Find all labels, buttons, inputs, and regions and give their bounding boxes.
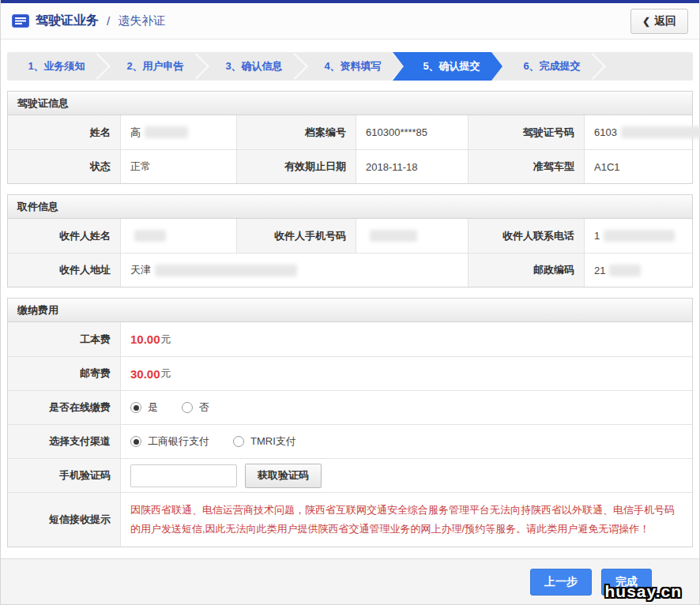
online-payment-label: 是否在线缴费 — [8, 390, 120, 424]
footer-action-bar: 上一步 完成 — [1, 558, 699, 604]
step-tabs: 1、业务须知 2、用户申告 3、确认信息 4、资料填写 5、确认提交 6、完成提… — [7, 52, 693, 81]
redacted-address — [155, 265, 297, 276]
payment-channel-options: 工商银行支付 TMRI支付 — [120, 424, 692, 458]
redacted-contact — [604, 230, 675, 242]
get-sms-code-button[interactable]: 获取验证码 — [245, 464, 322, 488]
fee-amount: 10.00 — [130, 333, 160, 346]
tab-step-5-label: 5、确认提交 — [423, 59, 480, 73]
name-label: 姓名 — [8, 115, 120, 149]
license-services-icon — [12, 14, 29, 28]
radio-channel-tmri-label: TMRI支付 — [250, 434, 296, 449]
radio-channel-icbc[interactable]: 工商银行支付 — [130, 434, 209, 449]
fee-label: 工本费 — [8, 322, 120, 356]
sms-code-row: 手机验证码 获取验证码 — [8, 458, 692, 492]
radio-icon — [182, 402, 193, 413]
recipient-contact-label: 收件人联系电话 — [468, 219, 584, 253]
recipient-contact-value: 1 — [584, 219, 692, 253]
radio-icon — [130, 436, 141, 447]
pickup-row-2: 收件人地址 天津 邮政编码 21 — [8, 253, 692, 287]
back-label: 返回 — [654, 14, 676, 28]
tabstrip-filler — [601, 52, 693, 81]
tab-step-1[interactable]: 1、业务须知 — [7, 52, 106, 81]
section-pickup-info: 取件信息 收件人姓名 收件人手机号码 收件人联系电话 1 收件人地址 天津 邮政… — [7, 194, 693, 287]
section-license-title: 驾驶证信息 — [8, 92, 692, 115]
tab-step-5[interactable]: 5、确认提交 — [393, 52, 502, 81]
recipient-address-label: 收件人地址 — [8, 253, 120, 287]
recipient-name-label: 收件人姓名 — [8, 219, 120, 253]
tab-step-2-label: 2、用户申告 — [126, 59, 183, 73]
tab-step-3[interactable]: 3、确认信息 — [205, 52, 303, 81]
postage-amount: 30.00 — [130, 367, 160, 381]
recipient-address-value: 天津 — [120, 253, 468, 287]
radio-online-yes-label: 是 — [148, 400, 158, 415]
file-no-label: 档案编号 — [236, 115, 356, 149]
vehicle-class-label: 准驾车型 — [468, 149, 584, 183]
section-payment-title: 缴纳费用 — [8, 299, 692, 322]
section-payment: 缴纳费用 工本费 10.00元 邮寄费 30.00元 是否在线缴费 是 否 选择… — [7, 298, 693, 547]
sms-code-field: 获取验证码 — [120, 458, 692, 492]
postage-row: 邮寄费 30.00元 — [8, 356, 692, 390]
online-payment-options: 是 否 — [120, 390, 692, 424]
zip-code-value: 21 — [584, 253, 692, 287]
recipient-mobile-label: 收件人手机号码 — [236, 219, 356, 253]
page-subtitle: 遗失补证 — [118, 13, 165, 28]
fee-row: 工本费 10.00元 — [8, 322, 692, 356]
vehicle-class-value: A1C1 — [584, 149, 692, 183]
radio-icon — [130, 402, 141, 413]
name-value: 高 — [120, 115, 236, 149]
radio-channel-icbc-label: 工商银行支付 — [148, 434, 209, 449]
tab-step-4-label: 4、资料填写 — [324, 59, 381, 73]
sms-code-label: 手机验证码 — [8, 458, 120, 492]
redacted-license-no — [621, 126, 700, 138]
recipient-mobile-value — [356, 219, 468, 253]
online-payment-row: 是否在线缴费 是 否 — [8, 390, 692, 424]
expiry-value: 2018-11-18 — [356, 149, 468, 183]
tab-step-4[interactable]: 4、资料填写 — [303, 52, 402, 81]
radio-online-no-label: 否 — [199, 400, 209, 415]
radio-channel-tmri[interactable]: TMRI支付 — [233, 434, 296, 449]
sms-notice-text: 因陕西省联通、电信运营商技术问题，陕西省互联网交通安全综合服务管理平台无法向持陕… — [130, 501, 683, 539]
back-button[interactable]: ❮ 返回 — [630, 9, 688, 34]
sms-notice-label: 短信接收提示 — [8, 492, 120, 547]
recipient-name-value — [120, 219, 236, 253]
radio-icon — [233, 436, 244, 447]
back-chevron-icon: ❮ — [642, 16, 650, 27]
sms-notice-cell: 因陕西省联通、电信运营商技术问题，陕西省互联网交通安全综合服务管理平台无法向持陕… — [120, 492, 692, 547]
redacted-zip — [609, 265, 641, 276]
postage-label: 邮寄费 — [8, 356, 120, 390]
redacted-mobile — [370, 230, 417, 242]
redacted-recipient-name — [134, 230, 166, 242]
license-row-2: 状态 正常 有效期止日期 2018-11-18 准驾车型 A1C1 — [8, 149, 692, 183]
radio-online-yes[interactable]: 是 — [130, 400, 158, 415]
page: 驾驶证业务 / 遗失补证 ❮ 返回 1、业务须知 2、用户申告 3、确认信息 4… — [0, 0, 700, 605]
tab-step-6[interactable]: 6、完成提交 — [502, 52, 601, 81]
sms-code-input[interactable] — [130, 464, 237, 487]
pickup-row-1: 收件人姓名 收件人手机号码 收件人联系电话 1 — [8, 219, 692, 253]
tab-step-3-label: 3、确认信息 — [225, 59, 282, 73]
tab-step-2[interactable]: 2、用户申告 — [106, 52, 205, 81]
license-no-label: 驾驶证号码 — [468, 115, 584, 149]
section-pickup-title: 取件信息 — [8, 195, 692, 219]
license-no-value: 6103 — [584, 115, 700, 149]
page-header: 驾驶证业务 / 遗失补证 ❮ 返回 — [1, 3, 699, 39]
breadcrumb: 驾驶证业务 / 遗失补证 — [12, 13, 165, 29]
breadcrumb-separator: / — [107, 14, 110, 28]
fee-value: 10.00元 — [120, 322, 692, 356]
expiry-label: 有效期止日期 — [236, 149, 356, 183]
license-row-1: 姓名 高 档案编号 610300****85 驾驶证号码 6103 — [8, 115, 692, 149]
status-value: 正常 — [120, 149, 236, 183]
previous-step-button[interactable]: 上一步 — [530, 569, 592, 596]
section-license-info: 驾驶证信息 姓名 高 档案编号 610300****85 驾驶证号码 6103 … — [7, 91, 693, 184]
watermark: husay.cn — [605, 582, 682, 601]
radio-online-no[interactable]: 否 — [182, 400, 209, 415]
tab-step-1-label: 1、业务须知 — [28, 59, 85, 73]
page-title: 驾驶证业务 — [36, 13, 99, 29]
tab-step-6-label: 6、完成提交 — [523, 59, 580, 73]
zip-code-label: 邮政编码 — [468, 253, 584, 287]
payment-channel-label: 选择支付渠道 — [8, 424, 120, 458]
postage-unit: 元 — [161, 366, 171, 381]
postage-value: 30.00元 — [120, 356, 692, 390]
redacted-name — [145, 126, 188, 138]
status-label: 状态 — [8, 149, 120, 183]
fee-unit: 元 — [161, 333, 171, 347]
